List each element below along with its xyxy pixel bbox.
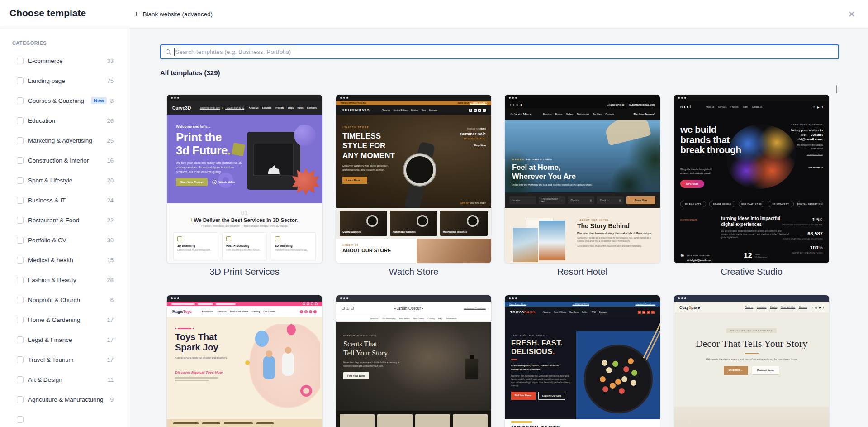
category-checkbox[interactable] (17, 416, 24, 423)
sushi-pieces-graphic (615, 379, 621, 385)
category-checkbox[interactable] (17, 376, 24, 383)
category-count: 17 (107, 356, 114, 363)
category-checkbox[interactable] (17, 237, 24, 244)
preview-phone: +1 (234) 567 89 00 (607, 104, 624, 106)
about-section: //ABOUT US ABOUT OUR STORE (336, 239, 491, 264)
category-checkbox[interactable] (17, 97, 24, 104)
category-count: 28 (107, 277, 114, 283)
search-input[interactable] (175, 45, 839, 58)
category-item[interactable]: Restaurant & Food 22 (0, 210, 130, 230)
category-checkbox[interactable] (17, 336, 24, 343)
feature-icon (177, 236, 182, 241)
who-title: turning ideas into impactful digital exp… (721, 216, 782, 227)
category-checkbox[interactable] (17, 117, 24, 124)
photo (513, 228, 538, 262)
category-item[interactable]: Fashion & Beauty 28 (0, 270, 130, 290)
product-tile: Automatic Watches (390, 211, 437, 236)
headline-line: Print the (176, 130, 222, 144)
category-item[interactable]: Nonprofit & Church 6 (0, 290, 130, 310)
category-item[interactable]: Medical & health 15 (0, 250, 130, 270)
category-item[interactable]: Landing page 75 (0, 71, 130, 91)
category-item[interactable]: Courses & Coaching New 8 (0, 91, 130, 110)
template-card-creative-studio[interactable]: ctrl About usServicesProjectsTeamContact… (674, 94, 830, 264)
category-item[interactable]: E-commerce 33 (0, 51, 130, 71)
window-dots-icon (340, 97, 342, 99)
template-name: Resort Hotel (504, 267, 660, 277)
category-item[interactable]: Sport & Lifestyle 20 (0, 170, 130, 190)
category-item[interactable]: Portfolio & CV 30 (0, 230, 130, 250)
category-checkbox[interactable] (17, 217, 24, 224)
text-bar (171, 303, 195, 305)
scrollbar-thumb[interactable] (836, 85, 837, 93)
template-card-toys[interactable]: MagicToys BestsellersAbout usDeal of the… (166, 295, 323, 427)
category-item[interactable]: Marketing & Advertising 25 (0, 130, 130, 150)
template-slot: f t ◎ ▶ +1 (234) 567 89 00 ISLADIMARE@EM… (504, 94, 660, 277)
category-item[interactable]: Agriculture & Manufacturing 9 (0, 389, 130, 409)
category-item[interactable]: Travel & Tourism 17 (0, 350, 130, 369)
who-eyebrow: 01 // WHO WE ARE (680, 219, 697, 221)
category-checkbox[interactable] (17, 317, 24, 323)
category-item[interactable]: Legal & Finance 17 (0, 330, 130, 350)
category-checkbox[interactable] (17, 157, 24, 164)
category-checkbox[interactable] (17, 177, 24, 184)
category-item[interactable]: Education 26 (0, 110, 130, 130)
stats-block: 1.5K PROJECTS SUCCESSFULLY DELIVERED 66,… (783, 215, 823, 257)
template-card-perfume[interactable]: f◎in - Jardin Obscur - jardinobscur@emai… (336, 295, 492, 427)
template-card-3d-print-services[interactable]: Curve3D 3d.print@email.com +1 (234) 567 … (166, 94, 323, 264)
category-checkbox[interactable] (17, 277, 24, 283)
category-checkbox[interactable] (17, 257, 24, 264)
product-tile (453, 414, 488, 427)
category-item[interactable] (0, 409, 130, 427)
about-text: //ABOUT US ABOUT OUR STORE (336, 239, 417, 264)
perfume-bottle-graphic (465, 358, 479, 380)
preview-nav-link: About us (217, 311, 227, 313)
sale-small: Meet our New Items (460, 128, 486, 130)
window-dots-icon (509, 297, 511, 299)
template-card-resort-hotel[interactable]: f t ◎ ▶ +1 (234) 567 89 00 ISLADIMARE@EM… (504, 94, 660, 264)
contact-eyebrow: LET'S WORK TOGETHER (791, 124, 823, 126)
category-item[interactable]: Construction & Interior 16 (0, 150, 130, 170)
category-checkbox[interactable] (17, 297, 24, 303)
feature-card: Post-Processing From smoothing to finish… (222, 232, 267, 260)
topbar: Open 8 am - 10 pm +1 (234) 567 89 00 tok… (505, 302, 660, 307)
category-checkbox[interactable] (17, 137, 24, 144)
category-count: 20 (107, 177, 114, 184)
stat-caption: HOURS CRAFTING DIGITAL SOLUTIONS (783, 238, 823, 240)
category-checkbox[interactable] (17, 58, 24, 64)
preview-nav-link: Our Menu (569, 311, 579, 313)
category-checkbox[interactable] (17, 77, 24, 84)
category-count: 26 (107, 117, 114, 124)
preview-nav-link: About us (370, 317, 378, 320)
rating-line: ★★★★★ 900+ HAPPY CLIENTS (512, 158, 660, 161)
social-icon (307, 302, 309, 305)
preview-nav-links: About usLimited EditionCatalogBlogContac… (382, 109, 438, 111)
logo-part: Toys (183, 309, 192, 314)
category-label: Legal & Finance (28, 336, 107, 343)
category-item[interactable]: Art & Design 11 (0, 369, 130, 389)
preview-nav-links: About usServicesProjectsStepsNewsContact… (249, 106, 317, 109)
template-card-sushi[interactable]: Open 8 am - 10 pm +1 (234) 567 89 00 tok… (504, 295, 660, 427)
who-section: 01 // WHO WE ARE turning ideas into impa… (674, 210, 829, 248)
feature-text: From smoothing to finishing, perfect... (226, 249, 263, 252)
category-checkbox[interactable] (17, 396, 24, 403)
category-count: 30 (107, 237, 114, 244)
preview-hero: PERFUMED WITH SOUL Scents ThatTell Your … (336, 322, 491, 411)
preview-nav-links: BestsellersAbout usDeal of the MonthCata… (202, 311, 275, 313)
story-lead: Discover the charm and story that make I… (577, 232, 654, 235)
blank-website-button[interactable]: + Blank website (advanced) (131, 0, 215, 28)
close-icon: ✕ (848, 10, 855, 19)
years-cap-line: Of Experience (755, 256, 768, 258)
category-count: 9 (110, 396, 114, 403)
template-card-watch-store[interactable]: FREE SHIPPING FROM $20 NEED HELP: +1 (55… (336, 94, 492, 264)
category-checkbox[interactable] (17, 356, 24, 363)
close-button[interactable]: ✕ (844, 7, 859, 21)
preview-logo: - Jardin Obscur - (354, 306, 464, 311)
stat-caption: CLIENT SATISFACTION FOCUS (783, 252, 823, 254)
category-item[interactable]: Home & Gardening 17 (0, 310, 130, 330)
category-label: Portfolio & CV (28, 237, 107, 244)
social-icon: f (510, 103, 511, 106)
category-item[interactable]: Business & IT 24 (0, 190, 130, 210)
template-preview: FREE SHIPPING FROM $20 NEED HELP: +1 (55… (336, 101, 491, 264)
template-card-decor[interactable]: CozySpace About usInspirationCatalogNews… (674, 295, 830, 427)
category-checkbox[interactable] (17, 197, 24, 204)
